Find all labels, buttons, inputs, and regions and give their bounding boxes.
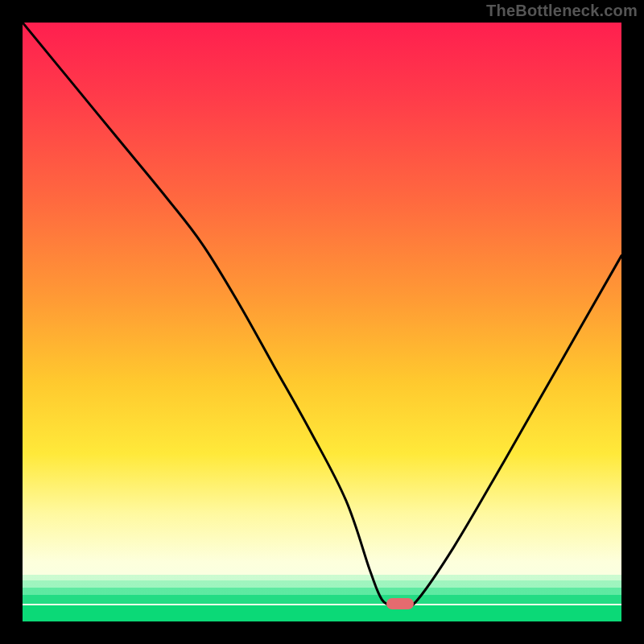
plot-area	[23, 23, 621, 621]
bottleneck-curve-path	[23, 23, 621, 606]
optimal-marker	[386, 598, 414, 609]
bottleneck-curve-svg	[23, 23, 621, 621]
chart-container: TheBottleneck.com	[0, 0, 644, 644]
watermark-text: TheBottleneck.com	[486, 2, 638, 20]
